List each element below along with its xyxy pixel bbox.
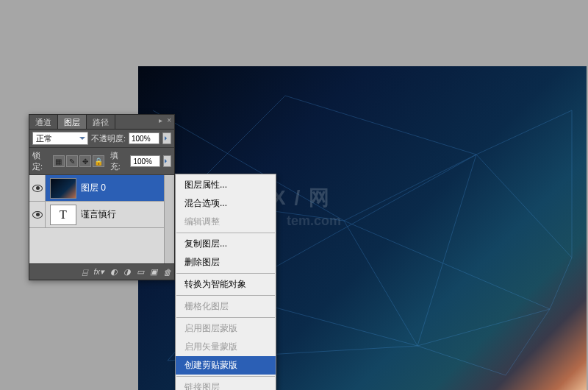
- svg-line-9: [550, 258, 572, 309]
- menu-duplicate-layer[interactable]: 复制图层...: [176, 235, 276, 253]
- svg-line-4: [417, 309, 550, 346]
- panel-menu-icon[interactable]: ▸: [157, 116, 164, 124]
- svg-line-3: [344, 221, 417, 346]
- opacity-input[interactable]: 100%: [129, 132, 159, 144]
- layer-row[interactable]: 图层 0: [29, 175, 174, 202]
- svg-line-16: [476, 110, 572, 155]
- fill-input[interactable]: 100%: [130, 155, 159, 167]
- menu-separator: [176, 376, 275, 377]
- new-layer-icon[interactable]: ▣: [150, 267, 157, 277]
- layer-name[interactable]: 图层 0: [81, 182, 106, 194]
- menu-convert-smart-object[interactable]: 转换为智能对象: [176, 275, 276, 294]
- opacity-flyout-icon[interactable]: [162, 132, 171, 144]
- opacity-label: 不透明度:: [91, 133, 126, 144]
- svg-line-12: [417, 346, 506, 375]
- svg-line-1: [344, 155, 476, 221]
- adjustment-icon[interactable]: ◑: [123, 267, 131, 277]
- visibility-toggle[interactable]: [29, 175, 46, 201]
- menu-edit-adjustment: 编辑调整: [176, 213, 276, 231]
- menu-layer-properties[interactable]: 图层属性...: [176, 176, 276, 194]
- panel-footer: ⌸ fx▾ ◐ ◑ ▭ ▣ 🗑: [29, 263, 174, 280]
- delete-icon[interactable]: 🗑: [163, 268, 171, 277]
- layer-thumbnail[interactable]: T: [50, 205, 76, 225]
- mask-icon[interactable]: ◐: [110, 267, 118, 277]
- layer-thumbnail[interactable]: [50, 178, 76, 199]
- svg-line-8: [417, 155, 476, 346]
- menu-link-layers: 链接图层: [176, 378, 276, 390]
- fill-flyout-icon[interactable]: [163, 155, 171, 167]
- menu-separator: [176, 317, 275, 318]
- panel-close-icon[interactable]: ×: [165, 116, 173, 124]
- eye-icon: [32, 211, 43, 219]
- tab-layers[interactable]: 图层: [58, 115, 87, 129]
- menu-blending-options[interactable]: 混合选项...: [176, 194, 276, 213]
- svg-line-13: [506, 309, 550, 375]
- lock-buttons: ▦ ✎ ✥ 🔒: [53, 155, 104, 167]
- lock-all-icon[interactable]: 🔒: [93, 155, 104, 167]
- eye-icon: [32, 185, 43, 192]
- menu-separator: [176, 295, 275, 296]
- menu-rasterize-layer: 栅格化图层: [176, 297, 276, 316]
- layers-panel: 通道 图层 路径 ▸ × 正常 不透明度: 100% 锁定: ▦ ✎ ✥ 🔒 填…: [29, 114, 175, 280]
- layer-name[interactable]: 谨言慎行: [81, 208, 116, 221]
- svg-line-2: [476, 155, 572, 258]
- panel-tabbar: 通道 图层 路径 ▸ ×: [29, 115, 174, 130]
- lock-transparency-icon[interactable]: ▦: [53, 155, 65, 167]
- menu-delete-layer[interactable]: 删除图层: [176, 253, 276, 272]
- fill-label: 填充:: [110, 150, 128, 172]
- visibility-toggle[interactable]: [29, 202, 46, 227]
- lock-pixels-icon[interactable]: ✎: [66, 155, 78, 167]
- group-icon[interactable]: ▭: [137, 267, 144, 277]
- menu-separator: [176, 233, 275, 233]
- link-icon[interactable]: ⌸: [82, 268, 87, 277]
- layer-row[interactable]: T 谨言慎行: [29, 202, 174, 228]
- blend-mode-dropdown[interactable]: 正常: [32, 132, 88, 145]
- tab-paths[interactable]: 路径: [87, 115, 115, 129]
- layer-list: 图层 0 T 谨言慎行: [29, 175, 174, 263]
- lock-position-icon[interactable]: ✥: [79, 155, 91, 167]
- svg-line-10: [285, 96, 476, 155]
- svg-line-18: [344, 221, 550, 309]
- menu-separator: [176, 273, 275, 274]
- lock-label: 锁定:: [32, 150, 50, 172]
- menu-enable-layer-mask: 启用图层蒙版: [176, 319, 276, 338]
- menu-create-clipping-mask[interactable]: 创建剪贴蒙版: [176, 356, 276, 375]
- layer-context-menu: 图层属性... 混合选项... 编辑调整 复制图层... 删除图层 转换为智能对…: [175, 174, 276, 390]
- layers-scrollbar[interactable]: [164, 175, 174, 263]
- tab-channels[interactable]: 通道: [29, 115, 58, 129]
- menu-enable-vector-mask: 启用矢量蒙版: [176, 338, 276, 356]
- fx-icon[interactable]: fx▾: [93, 267, 104, 277]
